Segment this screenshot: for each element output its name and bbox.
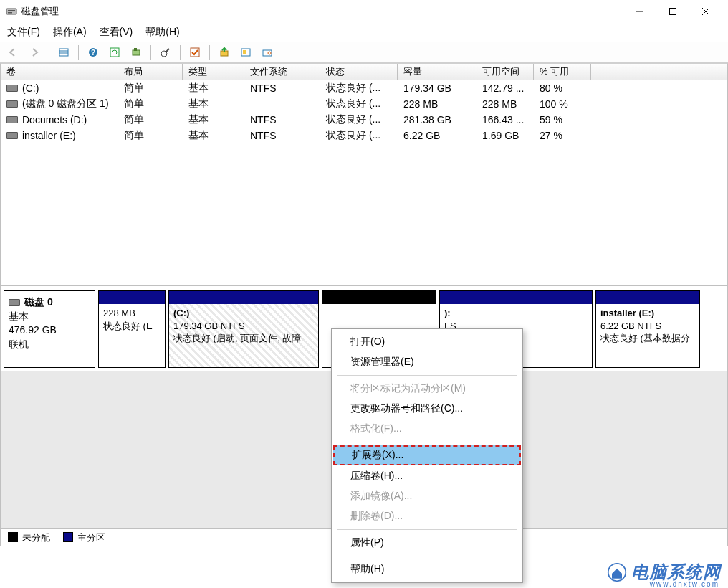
- refresh-button[interactable]: [106, 44, 123, 61]
- detach-button[interactable]: [157, 44, 174, 61]
- svg-rect-13: [133, 50, 140, 55]
- partition[interactable]: 228 MB状态良好 (E: [98, 290, 166, 368]
- action3-button[interactable]: [259, 44, 276, 61]
- svg-rect-12: [110, 48, 119, 57]
- watermark-url: www.dnxtw.com: [650, 580, 719, 588]
- col-status[interactable]: 状态: [320, 64, 398, 80]
- col-layout[interactable]: 布局: [118, 64, 183, 80]
- svg-rect-0: [6, 9, 16, 14]
- table-row[interactable]: (C:)简单基本NTFS状态良好 (...179.34 GB142.79 ...…: [1, 80, 727, 96]
- check-button[interactable]: [186, 44, 203, 61]
- maximize-button[interactable]: [656, 0, 689, 23]
- ctx-open[interactable]: 打开(O): [332, 332, 522, 352]
- disk-type: 基本: [9, 310, 90, 324]
- close-button[interactable]: [689, 0, 722, 23]
- watermark: 电脑系统网 www.dnxtw.com: [607, 561, 721, 584]
- menu-bar: 文件(F) 操作(A) 查看(V) 帮助(H): [0, 23, 728, 42]
- svg-rect-7: [59, 49, 68, 56]
- window-title: 磁盘管理: [21, 5, 623, 18]
- ctx-delete-volume[interactable]: 删除卷(D)...: [332, 506, 522, 526]
- svg-rect-20: [243, 50, 246, 54]
- rescan-button[interactable]: [128, 44, 145, 61]
- ctx-shrink-volume[interactable]: 压缩卷(H)...: [332, 466, 522, 486]
- disk-icon: [9, 299, 20, 306]
- ctx-format[interactable]: 格式化(F)...: [332, 419, 522, 439]
- minimize-button[interactable]: [623, 0, 656, 23]
- svg-point-22: [268, 52, 271, 54]
- svg-rect-21: [263, 50, 272, 56]
- col-filesystem[interactable]: 文件系统: [244, 64, 320, 80]
- ctx-extend-volume[interactable]: 扩展卷(X)...: [333, 445, 521, 465]
- svg-rect-2: [8, 12, 12, 14]
- view-list-button[interactable]: [55, 44, 72, 61]
- window-controls: [623, 0, 722, 23]
- col-free[interactable]: 可用空间: [476, 64, 534, 80]
- partition[interactable]: installer (E:)6.22 GB NTFS状态良好 (基本数据分: [595, 290, 700, 368]
- menu-view[interactable]: 查看(V): [100, 26, 133, 39]
- toolbar: ?: [0, 42, 728, 63]
- col-volume[interactable]: 卷: [1, 64, 118, 80]
- legend-unallocated: 未分配: [8, 531, 50, 544]
- svg-rect-1: [8, 10, 15, 11]
- action1-button[interactable]: [216, 44, 233, 61]
- back-button[interactable]: [4, 44, 21, 61]
- col-type[interactable]: 类型: [183, 64, 244, 80]
- title-bar: 磁盘管理: [0, 0, 728, 23]
- disk-size: 476.92 GB: [9, 323, 90, 338]
- svg-rect-14: [134, 48, 137, 51]
- menu-help[interactable]: 帮助(H): [145, 26, 179, 39]
- partition[interactable]: (C:)179.34 GB NTFS状态良好 (启动, 页面文件, 故障: [168, 290, 319, 368]
- volume-icon: [6, 85, 18, 92]
- ctx-mark-active[interactable]: 将分区标记为活动分区(M): [332, 379, 522, 399]
- table-row[interactable]: installer (E:)简单基本NTFS状态良好 (...6.22 GB1.…: [1, 128, 727, 143]
- action2-button[interactable]: [237, 44, 254, 61]
- disk-info[interactable]: 磁盘 0 基本 476.92 GB 联机: [4, 290, 95, 368]
- volume-icon: [6, 100, 18, 108]
- svg-rect-17: [191, 48, 199, 57]
- ctx-explorer[interactable]: 资源管理器(E): [332, 352, 522, 372]
- volume-list[interactable]: (C:)简单基本NTFS状态良好 (...179.34 GB142.79 ...…: [0, 80, 728, 285]
- table-row[interactable]: (磁盘 0 磁盘分区 1)简单基本状态良好 (...228 MB228 MB10…: [1, 96, 727, 112]
- ctx-change-letter[interactable]: 更改驱动器号和路径(C)...: [332, 399, 522, 419]
- menu-action[interactable]: 操作(A): [53, 26, 87, 39]
- svg-rect-4: [670, 9, 676, 15]
- col-capacity[interactable]: 容量: [398, 64, 476, 80]
- volume-list-header: 卷 布局 类型 文件系统 状态 容量 可用空间 % 可用: [0, 63, 728, 80]
- col-percent[interactable]: % 可用: [534, 64, 591, 80]
- svg-text:?: ?: [91, 49, 95, 57]
- menu-file[interactable]: 文件(F): [7, 26, 40, 39]
- disk-title: 磁盘 0: [24, 295, 53, 310]
- help-button[interactable]: ?: [85, 44, 102, 61]
- disk-status: 联机: [9, 338, 90, 352]
- forward-button[interactable]: [26, 44, 43, 61]
- ctx-help[interactable]: 帮助(H): [332, 559, 522, 579]
- ctx-properties[interactable]: 属性(P): [332, 533, 522, 553]
- ctx-add-mirror[interactable]: 添加镜像(A)...: [332, 486, 522, 506]
- watermark-logo-icon: [607, 562, 627, 582]
- svg-line-16: [166, 49, 169, 52]
- app-icon: [6, 6, 17, 17]
- context-menu: 打开(O) 资源管理器(E) 将分区标记为活动分区(M) 更改驱动器号和路径(C…: [331, 328, 523, 583]
- volume-icon: [6, 116, 18, 123]
- legend-primary: 主分区: [63, 531, 105, 544]
- table-row[interactable]: Documets (D:)简单基本NTFS状态良好 (...281.38 GB1…: [1, 112, 727, 128]
- svg-point-15: [161, 51, 167, 57]
- volume-icon: [6, 132, 18, 139]
